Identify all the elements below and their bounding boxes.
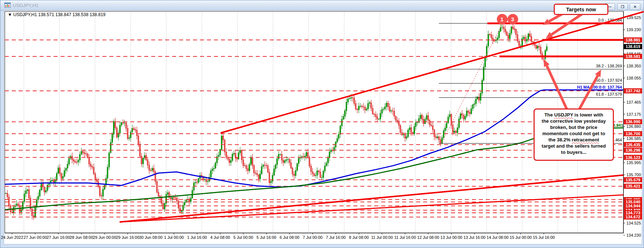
wave-label-3[interactable]: 3 [507,14,518,25]
svg-text:15 Jul 16:00: 15 Jul 16:00 [533,235,555,240]
svg-text:5 Jul 16:00: 5 Jul 16:00 [256,235,276,240]
svg-text:12 Jul 08:00: 12 Jul 08:00 [417,235,439,240]
svg-text:8 Jul 08:00: 8 Jul 08:00 [349,235,369,240]
svg-text:30 Jun 08:00: 30 Jun 08:00 [139,235,163,240]
svg-text:29 Jun 00:00: 29 Jun 00:00 [93,235,116,240]
chart-window: USDJPY,H1 — ❐ ✕ 0.0 - 139.38438.2 - 138.… [0,0,644,248]
svg-text:61.8 - 137.579: 61.8 - 137.579 [596,92,622,96]
svg-text:136.880: 136.880 [626,124,641,129]
svg-text:5 Jul 00:00: 5 Jul 00:00 [233,235,253,240]
svg-text:13 Jul 16:00: 13 Jul 16:00 [463,235,485,240]
svg-text:11 Jul 16:00: 11 Jul 16:00 [394,235,416,240]
svg-text:138.819: 138.819 [626,44,640,49]
analysis-note-callout[interactable]: The USDJPY is lower withthe corrective l… [534,108,614,161]
svg-text:137.465: 137.465 [626,100,641,104]
svg-text:7 Jul 00:00: 7 Jul 00:00 [303,235,323,240]
svg-text:138.581: 138.581 [626,54,640,59]
svg-text:11 Jul 00:00: 11 Jul 00:00 [371,235,393,240]
svg-text:135.995: 135.995 [626,160,641,165]
svg-text:134.230: 134.230 [626,233,641,237]
svg-text:27 Jun 00:00: 27 Jun 00:00 [23,235,47,240]
svg-text:15 Jul 00:00: 15 Jul 00:00 [510,235,532,240]
svg-text:135.579: 135.579 [626,178,640,182]
svg-text:13 Jul 00:00: 13 Jul 00:00 [440,235,462,240]
svg-text:134.672: 134.672 [626,215,640,219]
svg-text:29 Jun 16:00: 29 Jun 16:00 [116,235,139,240]
svg-text:136.435: 136.435 [626,142,640,147]
svg-text:138.981: 138.981 [626,38,640,42]
svg-text:6 Jul 08:00: 6 Jul 08:00 [280,235,299,240]
svg-text:136.585: 136.585 [626,136,641,141]
svg-text:138.350: 138.350 [626,64,641,68]
targets-callout[interactable]: Targets now [554,4,608,15]
svg-text:50.0 - 137.924: 50.0 - 137.924 [596,78,622,82]
svg-text:134.944: 134.944 [626,204,641,208]
note-line: broken, but the price [535,124,613,130]
note-line: to buyers... [535,149,613,155]
note-line: target and the sellers turned [535,143,613,149]
svg-text:38.2 - 138.269: 38.2 - 138.269 [596,64,622,68]
svg-text:139.525: 139.525 [626,15,641,20]
time-axis[interactable]: 24 Jun 202227 Jun 00:0027 Jun 16:0028 Ju… [1,233,623,240]
svg-text:24 Jun 2022: 24 Jun 2022 [1,235,23,240]
svg-text:136.123: 136.123 [626,155,640,160]
svg-text:136.298: 136.298 [626,148,640,152]
svg-text:27 Jun 16:00: 27 Jun 16:00 [47,235,70,240]
svg-text:4 Jul 08:00: 4 Jul 08:00 [210,235,230,240]
svg-text:14 Jul 08:00: 14 Jul 08:00 [487,235,509,240]
ohlc-header: ▼ USDJPY,H1 138.571 138.847 138.538 138.… [8,12,106,17]
svg-text:134.773: 134.773 [626,211,640,215]
note-line: The USDJPY is lower with [535,112,613,118]
svg-text:136.990: 136.990 [626,119,640,124]
svg-text:139.230: 139.230 [626,27,641,32]
svg-text:135.700: 135.700 [626,173,641,177]
note-line: the 38.2% retracement [535,137,613,143]
svg-text:7 Jul 16:00: 7 Jul 16:00 [326,235,346,240]
svg-text:134.525: 134.525 [626,221,641,225]
wave-label-1[interactable]: 1 [497,14,507,25]
svg-text:28 Jun 08:00: 28 Jun 08:00 [70,235,93,240]
svg-text:1 Jul 16:00: 1 Jul 16:00 [187,235,207,240]
note-line: momentum could not get to [535,130,613,137]
price-axis[interactable]: 139.525139.230138.940138.645138.350138.0… [623,11,642,237]
svg-text:137.742: 137.742 [626,89,640,93]
svg-text:0.0 - 139.384: 0.0 - 139.384 [598,18,622,22]
svg-text:137.175: 137.175 [626,112,641,116]
svg-text:135.421: 135.421 [626,184,640,188]
svg-text:H1 MA:100:0:0: 137.764: H1 MA:100:0:0: 137.764 [577,85,622,89]
svg-text:136.700: 136.700 [626,132,640,136]
svg-text:1 Jul 00:00: 1 Jul 00:00 [164,235,184,240]
note-line: the corrective low yesterday [535,118,613,124]
svg-text:138.055: 138.055 [626,76,641,80]
